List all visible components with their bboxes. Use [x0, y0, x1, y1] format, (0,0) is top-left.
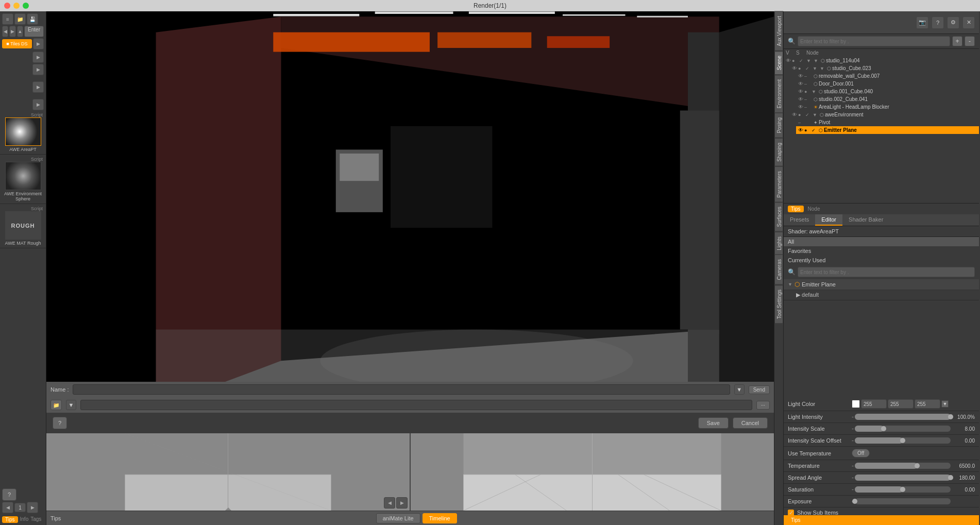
tips-bottom-tag[interactable]: Tips [788, 517, 804, 523]
file-icon-btn[interactable]: 📁 [50, 400, 62, 410]
node-row-emitterplane[interactable]: 👁 ● ✓ ⬡ Emitter Plane [796, 126, 979, 134]
save-btn[interactable]: Save [698, 417, 729, 429]
intensity-slider-thumb[interactable] [948, 414, 953, 419]
shader-group-header-emitter[interactable]: ▼ ⬡ Emitter Plane [784, 279, 979, 290]
vtab-lights[interactable]: Lights [774, 232, 783, 255]
scale-slider-thumb[interactable] [881, 426, 886, 431]
close-icon-btn[interactable]: ✕ [962, 16, 975, 29]
offset-minus[interactable]: - [852, 437, 854, 444]
vtab-scene[interactable]: Scene [774, 51, 783, 75]
vtab-aux-viewport[interactable]: Aux Viewport [774, 11, 783, 51]
color-picker-btn[interactable]: ▼ [941, 400, 949, 408]
offset-slider[interactable] [855, 437, 951, 444]
expand-arrow-4[interactable]: ▶ [32, 99, 44, 110]
spread-slider[interactable] [855, 475, 951, 481]
node-row-pivot[interactable]: – ✦ Pivot [796, 118, 979, 126]
temp-toggle-btn[interactable]: Off [852, 449, 870, 458]
timeline-tab[interactable]: Timeline [423, 513, 457, 523]
exp-slider-thumb[interactable] [852, 499, 857, 504]
dropdown-btn[interactable]: ▼ [734, 384, 745, 395]
color-r-input[interactable] [861, 399, 887, 409]
color-b-input[interactable] [915, 399, 940, 409]
color-g-input[interactable] [888, 399, 914, 409]
vtab-cameras[interactable]: Cameras [774, 255, 783, 285]
save-icon-btn[interactable]: 💾 [27, 13, 38, 25]
vtab-posing[interactable]: Posing [774, 113, 783, 138]
node-row-studio023[interactable]: 👁 ● ✓ ▼ ▼ ⬡ studio_Cube.023 [790, 64, 979, 72]
prev-btn[interactable]: ◀ [2, 26, 8, 37]
page-number-input[interactable] [14, 503, 26, 512]
node-search-input[interactable] [798, 36, 950, 46]
vtab-parameters[interactable]: Parameters [774, 166, 783, 202]
page-prev-btn[interactable]: ◀ [2, 502, 13, 513]
shader-cat-currently-used[interactable]: Currently Used [784, 256, 979, 265]
minimize-button[interactable] [13, 3, 20, 9]
node-row-studio114[interactable]: 👁 ● ✓ ▼ ▼ ⬡ studio_114u04 [784, 57, 979, 64]
shader-tab-presets[interactable]: Presets [784, 214, 815, 226]
enter-btn[interactable]: Enter [24, 26, 44, 37]
spread-slider-thumb[interactable] [948, 475, 953, 480]
shader-cat-all[interactable]: All [784, 237, 979, 246]
camera-icon-btn[interactable]: 📷 [916, 16, 928, 29]
intensity-minus[interactable]: - [852, 413, 854, 420]
shader-cat-favorites[interactable]: Favorites [784, 246, 979, 256]
expand-arrow-3[interactable]: ▶ [32, 81, 44, 93]
file-path-input[interactable] [80, 400, 752, 410]
menu-icon-btn[interactable]: ≡ [2, 13, 13, 25]
temp-slider[interactable] [855, 463, 951, 469]
sat-minus[interactable]: - [852, 486, 854, 493]
node-row-arealight[interactable]: 👁 – ☀ AreaLight - HeadLamp Blocker [796, 103, 979, 111]
expand-btn[interactable]: ▶ [33, 38, 44, 49]
node-row-studio040[interactable]: 👁 ● ▼ ⬡ studio.001_Cube.040 [796, 88, 979, 95]
tags-tab[interactable]: Tags [30, 516, 41, 523]
cancel-btn[interactable]: Cancel [733, 417, 768, 429]
page-next-btn[interactable]: ▶ [27, 502, 38, 513]
sat-slider[interactable] [855, 486, 951, 493]
node-row-aweenv[interactable]: 👁 ● ✓ ▼ ⬡ aweEnvironment [790, 111, 979, 118]
settings-icon-btn[interactable]: ⚙ [947, 16, 959, 29]
maximize-button[interactable] [23, 3, 29, 9]
node-row-door[interactable]: 👁 – ⬡ Door_Door.001 [796, 80, 979, 88]
help-icon-btn[interactable]: ? [932, 16, 944, 29]
offset-slider-thumb[interactable] [900, 438, 905, 443]
info-tab[interactable]: Info [20, 516, 29, 523]
tips-tag-scene[interactable]: Tips [788, 206, 804, 212]
name-input[interactable] [73, 384, 730, 395]
help-btn[interactable]: ? [2, 488, 16, 501]
vp-right-btn[interactable]: ▶ [396, 497, 408, 509]
close-button[interactable] [4, 3, 10, 9]
material-item-aweareapt[interactable]: Script AWE AreaPT [0, 110, 46, 155]
render-help-btn[interactable]: ? [53, 417, 67, 429]
shader-subitem-default[interactable]: ▶ default [784, 290, 979, 300]
vtab-tool-settings[interactable]: Tool Settings [774, 285, 783, 324]
shader-search-input[interactable] [798, 267, 975, 277]
file-dropdown-btn[interactable]: ▼ [66, 400, 76, 410]
shader-tab-editor[interactable]: Editor [815, 214, 842, 226]
up-btn[interactable]: ▲ [17, 26, 23, 37]
show-sub-items-checkbox[interactable]: ✓ [788, 510, 794, 515]
remove-node-btn[interactable]: - [965, 36, 975, 46]
material-item-awerough[interactable]: Script ROUGH AWE MAT Rough [0, 204, 46, 248]
vtab-surfaces[interactable]: Surfaces [774, 202, 783, 231]
vtab-shaping[interactable]: Shaping [774, 138, 783, 166]
add-node-btn[interactable]: + [952, 36, 962, 46]
tips-tab[interactable]: Tips [2, 516, 18, 523]
folder-icon-btn[interactable]: 📁 [14, 13, 26, 25]
intensity-slider[interactable] [855, 414, 951, 420]
send-btn[interactable]: Send [749, 385, 770, 394]
next-btn[interactable]: ▶ [9, 26, 15, 37]
shader-tab-baker[interactable]: Shader Baker [842, 214, 889, 226]
expand-arrow-1[interactable]: ▶ [32, 52, 44, 63]
temp-slider-thumb[interactable] [915, 463, 920, 468]
file-action-btn[interactable]: ··· [756, 401, 770, 410]
temp-minus[interactable]: - [852, 462, 854, 469]
vp-left-btn[interactable]: ◀ [384, 497, 395, 509]
sat-slider-thumb[interactable] [900, 487, 905, 492]
vtab-environment[interactable]: Environment [774, 75, 783, 113]
scale-minus[interactable]: - [852, 425, 854, 432]
exp-slider[interactable] [855, 498, 951, 504]
animate-lite-tab[interactable]: aniMate Lite [376, 513, 420, 523]
color-swatch-r[interactable] [852, 400, 860, 408]
spread-minus[interactable]: - [852, 474, 854, 481]
expand-arrow-2[interactable]: ▶ [32, 64, 44, 75]
